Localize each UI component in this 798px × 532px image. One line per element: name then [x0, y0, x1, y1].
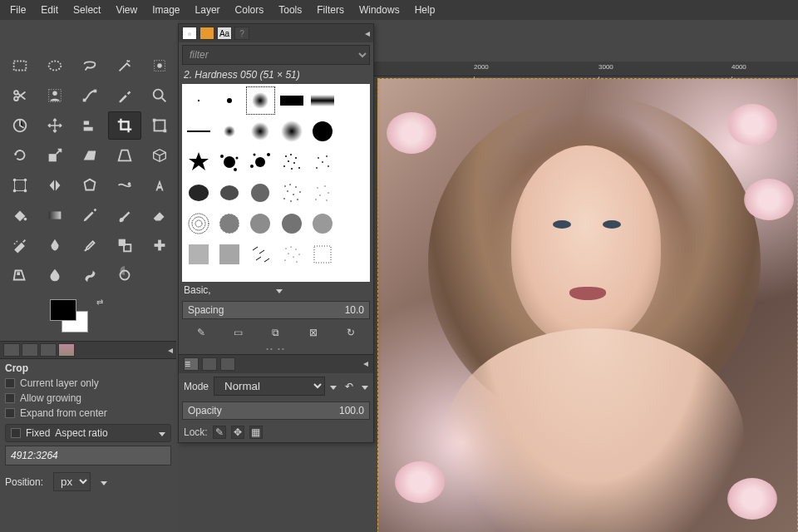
menu-colors[interactable]: Colors — [229, 2, 271, 18]
brush-empty4[interactable] — [338, 178, 368, 208]
tool-mypaint-brush[interactable] — [73, 231, 106, 259]
aspect-ratio-input[interactable] — [5, 446, 171, 466]
chevron-down-icon[interactable] — [276, 284, 368, 296]
tool-text[interactable] — [143, 171, 176, 200]
opacity-slider[interactable]: Opacity 100.0 — [182, 401, 370, 420]
menu-help[interactable]: Help — [408, 2, 442, 18]
menu-layer[interactable]: Layer — [189, 2, 227, 18]
color-swatches[interactable]: ⇄ — [50, 299, 100, 341]
lock-alpha-icon[interactable]: ▦ — [249, 426, 263, 439]
brush-spray2[interactable] — [308, 147, 337, 177]
tool-eraser[interactable] — [143, 201, 176, 229]
tool-heal[interactable] — [143, 231, 176, 259]
brush-soft-large[interactable] — [277, 116, 307, 146]
brush-texture2[interactable] — [214, 209, 244, 239]
tool-perspective[interactable] — [108, 141, 141, 170]
menu-windows[interactable]: Windows — [352, 2, 406, 18]
tab-fonts[interactable]: Aa — [217, 27, 232, 40]
brush-texture1[interactable] — [184, 209, 214, 239]
brush-empty5[interactable] — [338, 209, 368, 239]
brush-dots2[interactable] — [308, 178, 337, 208]
tool-dodge-burn[interactable] — [108, 261, 141, 289]
brush-texture5[interactable] — [308, 209, 337, 239]
menu-edit[interactable]: Edit — [34, 2, 65, 18]
tool-cage[interactable] — [73, 171, 106, 200]
tool-move[interactable] — [38, 111, 71, 140]
tool-blur[interactable] — [38, 261, 71, 289]
fg-color[interactable] — [50, 299, 76, 321]
tool-gradient[interactable] — [38, 201, 71, 229]
tool-unified-transform[interactable] — [143, 111, 176, 140]
brush-empty3[interactable] — [338, 147, 368, 177]
panel-collapse-icon[interactable]: ◂ — [365, 27, 370, 39]
brush-pixel[interactable] — [184, 86, 214, 116]
lock-position-icon[interactable]: ✥ — [231, 426, 244, 439]
brush-rect[interactable] — [277, 86, 307, 116]
tool-paintbrush[interactable] — [108, 201, 141, 229]
brush-texture3[interactable] — [245, 209, 275, 239]
brush-sponge1[interactable] — [245, 178, 275, 208]
brush-charcoal2[interactable] — [214, 178, 244, 208]
brush-refresh-icon[interactable]: ↻ — [342, 325, 359, 340]
tool-handle-transform[interactable] — [3, 171, 37, 200]
ruler-horizontal[interactable]: 2000 3000 4000 — [374, 62, 798, 76]
tool-shear[interactable] — [73, 141, 106, 170]
tool-lasso[interactable] — [73, 52, 106, 80]
option-expand-from-center[interactable]: Expand from center — [5, 407, 171, 419]
tool-align[interactable] — [73, 111, 106, 140]
brush-soft-small[interactable] — [214, 116, 244, 146]
brush-grain1[interactable] — [184, 239, 214, 269]
brush-grain3[interactable] — [245, 239, 275, 269]
lock-pixels-icon[interactable]: ✎ — [213, 426, 226, 439]
mode-reset-icon[interactable]: ↶ — [342, 381, 357, 392]
brush-filter-select[interactable]: filter — [182, 45, 370, 65]
tool-paths[interactable] — [73, 81, 106, 110]
brush-new-icon[interactable]: ▭ — [230, 325, 247, 340]
fixed-checkbox[interactable] — [11, 428, 21, 438]
tab-tool-options[interactable] — [3, 343, 20, 357]
mode-select[interactable]: Normal — [214, 377, 325, 396]
tab-paths[interactable] — [220, 357, 235, 371]
chevron-down-icon[interactable] — [362, 381, 368, 392]
chevron-down-icon[interactable] — [159, 427, 165, 439]
tab-patterns[interactable] — [200, 27, 214, 40]
menu-tools[interactable]: Tools — [272, 2, 308, 18]
position-unit-select[interactable]: px — [53, 472, 91, 491]
tool-3d-transform[interactable] — [143, 141, 176, 170]
tool-rect-select[interactable] — [3, 52, 37, 80]
tool-warp[interactable] — [108, 171, 141, 200]
menu-file[interactable]: File — [3, 2, 32, 18]
fixed-aspect-row[interactable]: Fixed Aspect ratio — [5, 424, 171, 442]
brush-soft-med[interactable] — [245, 116, 275, 146]
menu-filters[interactable]: Filters — [310, 2, 351, 18]
tool-flip[interactable] — [38, 171, 71, 200]
spacing-slider[interactable]: Spacing 10.0 — [182, 301, 370, 319]
brush-star[interactable] — [184, 147, 214, 177]
tab-undo-history[interactable] — [40, 343, 57, 357]
brush-grain2[interactable] — [214, 239, 244, 269]
brush-texture4[interactable] — [277, 209, 307, 239]
brush-edit-icon[interactable]: ✎ — [193, 325, 209, 340]
menu-view[interactable]: View — [109, 2, 144, 18]
tab-channels[interactable] — [202, 357, 217, 371]
brush-delete-icon[interactable]: ⊠ — [305, 325, 322, 340]
tab-images[interactable] — [58, 343, 75, 357]
tool-bucket-fill[interactable] — [3, 201, 37, 229]
brush-empty6[interactable] — [338, 239, 368, 269]
brush-duplicate-icon[interactable]: ⧉ — [268, 325, 284, 340]
brush-grain4[interactable] — [277, 239, 307, 269]
tool-ink[interactable] — [38, 231, 71, 259]
tool-scissors[interactable] — [3, 81, 37, 110]
brush-grain5[interactable] — [308, 239, 337, 269]
canvas-image[interactable] — [377, 78, 798, 532]
option-current-layer-only[interactable]: Current layer only — [5, 377, 171, 389]
brush-soft-rect[interactable] — [308, 86, 337, 116]
brush-splatter2[interactable] — [245, 147, 275, 177]
tool-fuzzy-select[interactable] — [108, 52, 141, 80]
brush-splatter1[interactable] — [214, 147, 244, 177]
tool-clone[interactable] — [108, 231, 141, 259]
panel-grip[interactable]: •• •• — [179, 343, 373, 354]
brush-empty2[interactable] — [338, 116, 368, 146]
tab-help[interactable]: ? — [234, 27, 249, 40]
option-allow-growing[interactable]: Allow growing — [5, 392, 171, 404]
